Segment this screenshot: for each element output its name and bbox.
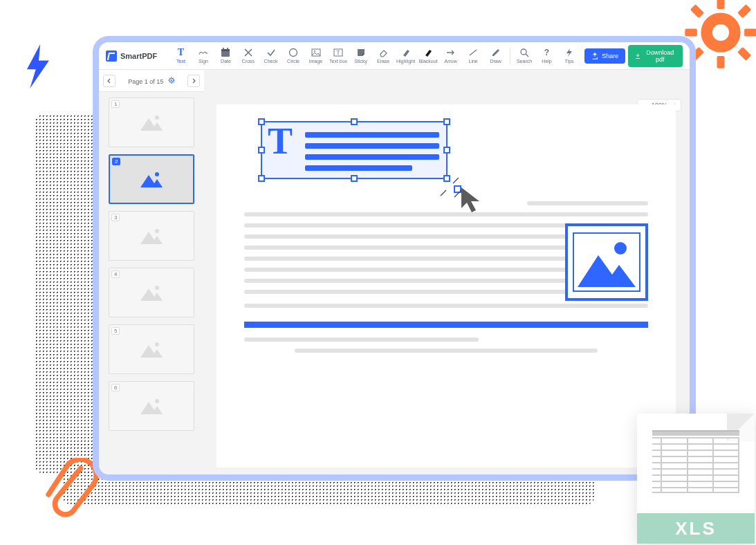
thumb-2[interactable]: 2	[109, 154, 194, 204]
page-canvas[interactable]: T	[216, 104, 676, 468]
selected-text-box[interactable]: T	[261, 121, 448, 179]
prev-page-button[interactable]	[103, 75, 116, 87]
placeholder-line	[295, 349, 598, 353]
logo-icon	[106, 50, 117, 62]
xls-file-card: XLS	[637, 414, 755, 544]
thumb-1[interactable]: 1	[109, 98, 194, 147]
svg-marker-10	[27, 44, 49, 89]
resize-handle[interactable]	[351, 175, 358, 182]
resize-handle[interactable]	[258, 118, 265, 125]
image-icon	[311, 48, 321, 57]
svg-marker-39	[578, 255, 636, 287]
svg-rect-2	[717, 0, 725, 9]
blackout-icon	[423, 48, 433, 57]
brand-logo[interactable]: SmartPDF	[106, 50, 157, 62]
svg-point-29	[155, 229, 159, 233]
tool-draw[interactable]: Draw	[486, 48, 506, 64]
separator	[510, 47, 510, 65]
svg-marker-24	[140, 118, 163, 131]
tool-line[interactable]: Line	[463, 48, 483, 64]
search-icon	[519, 48, 529, 57]
tool-date[interactable]: Date	[216, 48, 236, 64]
spreadsheet-icon	[652, 430, 739, 493]
page-content: T	[244, 118, 648, 454]
placeholder-line	[244, 212, 648, 216]
tool-erase[interactable]: Erase	[374, 48, 394, 64]
tool-highlight[interactable]: Highlight	[396, 48, 416, 64]
tool-blackout[interactable]: Blackout	[418, 48, 439, 64]
tool-sticky[interactable]: Sticky	[351, 48, 371, 64]
svg-marker-28	[140, 232, 163, 244]
image-icon	[139, 340, 164, 359]
resize-handle[interactable]	[443, 175, 450, 182]
resize-handle[interactable]	[258, 147, 265, 154]
svg-rect-16	[312, 49, 320, 56]
svg-point-35	[155, 399, 159, 403]
tool-tips[interactable]: Tips	[560, 48, 580, 64]
highlight-icon	[401, 48, 411, 57]
thumb-5[interactable]: 5	[109, 324, 194, 374]
placeholder-line	[527, 201, 648, 205]
thumb-6[interactable]: 6	[109, 381, 194, 431]
tool-help[interactable]: ? Help	[537, 48, 557, 64]
svg-point-31	[155, 286, 159, 290]
svg-rect-9	[737, 47, 751, 61]
circle-icon	[288, 48, 298, 57]
svg-rect-12	[221, 49, 230, 51]
sticky-icon	[356, 48, 366, 57]
svg-point-1	[712, 24, 729, 41]
selected-divider[interactable]	[244, 322, 648, 328]
svg-rect-14	[227, 48, 228, 50]
chevron-left-icon	[107, 78, 112, 84]
svg-marker-30	[140, 288, 163, 301]
tool-textbox[interactable]: T Text box	[329, 48, 349, 64]
svg-point-17	[314, 50, 315, 52]
resize-handle[interactable]	[443, 118, 450, 125]
pencil-icon	[491, 48, 501, 57]
resize-handle[interactable]	[258, 175, 265, 182]
svg-text:T: T	[337, 50, 340, 56]
tool-sign[interactable]: Sign	[194, 48, 214, 64]
tool-check[interactable]: Check	[261, 48, 281, 64]
svg-point-25	[155, 116, 159, 120]
svg-point-23	[171, 80, 172, 81]
svg-point-33	[155, 342, 159, 347]
settings-icon[interactable]	[168, 77, 175, 84]
tool-text[interactable]: T Text	[171, 48, 191, 64]
download-icon	[635, 53, 640, 59]
tool-image[interactable]: Image	[306, 48, 326, 64]
spark-icon	[452, 171, 465, 185]
tool-arrow[interactable]: Arrow	[441, 48, 461, 64]
svg-rect-4	[685, 29, 697, 37]
svg-marker-32	[140, 345, 163, 358]
download-button[interactable]: Download pdf	[628, 45, 683, 67]
thumb-3[interactable]: 3	[109, 211, 194, 261]
cross-icon	[243, 48, 253, 57]
page-nav-bar: Page 1 of 15	[99, 70, 204, 92]
image-icon	[139, 113, 164, 132]
file-type-label: XLS	[637, 513, 755, 544]
cursor-icon	[459, 185, 490, 216]
svg-point-20	[521, 49, 526, 55]
resize-handle[interactable]	[351, 118, 358, 125]
tool-cross[interactable]: Cross	[239, 48, 259, 64]
text-icon: T	[176, 48, 185, 57]
image-icon	[139, 283, 164, 302]
tool-search[interactable]: Search	[515, 48, 535, 64]
svg-marker-34	[140, 402, 163, 414]
thumb-4[interactable]: 4	[109, 268, 194, 317]
textbox-icon: T	[333, 48, 343, 57]
image-placeholder[interactable]	[565, 223, 648, 301]
calendar-icon	[221, 48, 230, 57]
resize-handle[interactable]	[443, 147, 450, 154]
svg-point-15	[290, 48, 297, 56]
check-icon	[266, 48, 276, 57]
upload-icon	[591, 53, 598, 59]
svg-marker-26	[140, 175, 163, 187]
paperclip-icon	[42, 458, 102, 531]
next-page-button[interactable]	[187, 75, 200, 87]
share-button[interactable]: Share	[584, 48, 625, 64]
arrow-icon	[446, 48, 456, 57]
tool-circle[interactable]: Circle	[284, 48, 304, 64]
toolbar: SmartPDF T Text Sign Date Cross Check Ci…	[99, 42, 690, 70]
